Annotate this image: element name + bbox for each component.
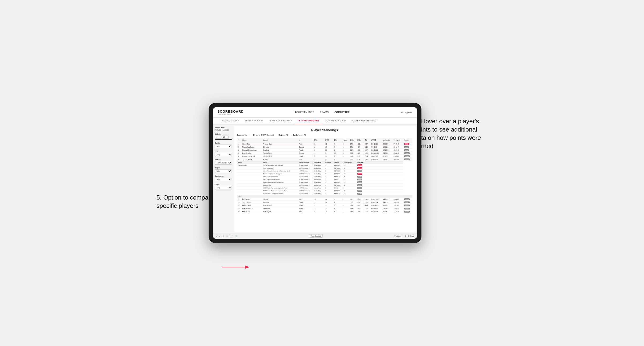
cell-player: Wenyi Ding — [241, 142, 262, 146]
sidebar-region-select[interactable]: N/A — [215, 169, 232, 173]
toolbar-copy[interactable]: ⎘ — [226, 235, 228, 237]
sidebar-player-select[interactable]: (All) — [215, 186, 232, 189]
sidebar-gender: Gender Men Women — [215, 142, 232, 148]
table-area: Player Standings Gender: Men Division: N… — [234, 126, 416, 232]
cell-wins: 1 — [343, 142, 349, 146]
main-content: Update time: 27/01/2024 16:56:26 No Rds. — [213, 125, 417, 233]
tooltip-row: Williams Cup NCAA Division I Match Play … — [237, 184, 412, 186]
sidebar-update-value: 27/01/2024 16:56:26 — [215, 129, 232, 131]
filter-region-label: Region: — [278, 134, 285, 136]
toolbar-refresh[interactable]: ↺ — [222, 235, 225, 237]
toolbar-center: View: Original — [309, 234, 322, 238]
col-vs-top25: Vs Top 25 — [382, 138, 392, 142]
toolbar-forward[interactable]: ▸ — [219, 235, 221, 237]
toolbar-back[interactable]: ◂ — [216, 235, 218, 237]
table-row: 24 Bastien Amat New Mexico Fourth 1 27 2… — [237, 204, 412, 207]
filter-division-value: NCAA Division I — [261, 134, 274, 136]
sidebar-division-label: Division — [215, 159, 232, 160]
col-school: School — [262, 138, 298, 142]
filter-row: Gender: Men Division: NCAA Division I Re… — [237, 134, 412, 136]
tooltip-row: Mirabei Maui Jim Intercollegiate NCAA Di… — [237, 192, 412, 195]
brand: SCOREBOARD Powered by clippit — [218, 110, 244, 115]
table-row: 22 Ian Gilligan Florida Third 10 24 1 1 … — [237, 198, 412, 201]
share-button[interactable]: ⬆ Share — [408, 235, 414, 237]
filter-region-value: All — [286, 134, 288, 136]
tooltip-row: SEC Stroke Play hosted by Jerry Pate NCA… — [237, 189, 412, 192]
sidebar-division-select[interactable]: NCAA Division I — [215, 161, 232, 165]
col-avg-par: Avg.to Par — [356, 138, 364, 142]
eye-icon: 👁 — [394, 235, 396, 237]
sub-nav-player-h2h-heatmap[interactable]: PLAYER H2H HEATMAP — [348, 118, 380, 124]
sidebar-conference-select[interactable]: (All) — [215, 177, 232, 181]
col-conf-rank: ConfRank — [324, 138, 334, 142]
table-row: 23 Jack Lundin Missouri Fourth 11 24 0 1… — [237, 201, 412, 204]
nav-committee[interactable]: COMMITTEE — [334, 110, 350, 115]
sidebar-gender-select[interactable]: Men Women — [215, 145, 232, 148]
cell-yr: First — [298, 142, 313, 146]
view-original-button[interactable]: View: Original — [309, 234, 322, 238]
toolbar-nav[interactable]: • • • — [230, 235, 233, 237]
col-vs-top50: Vs Top 50 — [392, 138, 403, 142]
cell-conf-rank: 15 — [324, 142, 334, 146]
tooltip-row: Fallen Oak Collegiate Invitational NCAA … — [237, 181, 412, 184]
cell-points[interactable]: 88.2 — [403, 142, 412, 146]
sidebar-no-rds: No Rds. — [215, 133, 232, 140]
table-header: # Player School Yr RegRank ConfRank NoRd… — [237, 138, 412, 142]
col-num: # — [237, 138, 242, 142]
sidebar-update-time: Update time: 27/01/2024 16:56:26 — [215, 127, 232, 131]
sidebar-year-label: Year — [215, 151, 232, 152]
sidebar-no-rds-max[interactable] — [222, 136, 229, 139]
cell-vs25: 29-15-0 — [382, 142, 392, 146]
col-avg-sg: AvgSG — [364, 138, 370, 142]
nav-tournaments[interactable]: TOURNAMENTS — [295, 110, 314, 115]
cell-no-rds: 1 — [334, 142, 343, 146]
tablet-frame: SCOREBOARD Powered by clippit TOURNAMENT… — [208, 103, 422, 243]
tooltip-header-row: Player Event Event Division Event Type R… — [237, 161, 412, 164]
tooltip-row: Amer An Intercollegiate NCAA Division I … — [237, 175, 412, 178]
download-button[interactable]: ⬇ — [405, 235, 406, 237]
table-row: Tochi... — [237, 195, 412, 198]
table-row: 1 Wenyi Ding Arizona State First 1 15 1 … — [237, 142, 412, 146]
sidebar-conference: Conference (All) — [215, 175, 232, 181]
sub-nav-team-h2h-grid[interactable]: TEAM H2H GRID — [242, 118, 266, 124]
sub-nav: TEAM SUMMARY TEAM H2H GRID TEAM H2H HEAT… — [213, 118, 417, 125]
standings-table: # Player School Yr RegRank ConfRank NoRd… — [237, 138, 412, 213]
filter-division-label: Division: — [253, 134, 260, 136]
sidebar-region-label: Region — [215, 167, 232, 169]
sub-nav-team-summary[interactable]: TEAM SUMMARY — [218, 118, 242, 124]
sidebar: Update time: 27/01/2024 16:56:26 No Rds. — [213, 125, 234, 233]
sidebar-year: Year (All) — [215, 151, 232, 156]
sub-nav-team-h2h-heatmap[interactable]: TEAM H2H HEATMAP — [266, 118, 295, 124]
top-nav: SCOREBOARD Powered by clippit TOURNAMENT… — [213, 107, 417, 118]
toolbar-clock[interactable]: 🕐 — [234, 235, 238, 237]
table-row: 2 Michael La Sasso Ole Miss Second 1 18 … — [237, 146, 412, 149]
watch-button[interactable]: 👁 Watch ▼ — [394, 235, 403, 237]
col-reg-rank: RegRank — [313, 138, 324, 142]
sidebar-conference-label: Conference — [215, 175, 232, 177]
bottom-toolbar: ◂ ▸ ↺ ⎘ • • • 🕐 View: Original 👁 Watch ▼ — [213, 233, 417, 239]
sidebar-year-select[interactable]: (All) — [215, 153, 232, 156]
table-row: 6 Jackson Koivu Auburn First - 27 2 2 67… — [237, 158, 412, 161]
table-row: 25 Cole Sherwood Vanderbilt Fourth 12 23… — [237, 207, 412, 210]
cell-vs50: 57-23-0 — [392, 142, 403, 146]
col-player: Player — [241, 138, 262, 142]
cell-adj-score: 67.1 — [349, 142, 356, 146]
brand-name: SCOREBOARD — [218, 110, 244, 113]
sub-nav-player-summary[interactable]: PLAYER SUMMARY — [295, 118, 322, 124]
table-row: 3 Michael Thorbjornsen Stanford Fourth 1… — [237, 149, 412, 152]
col-wins: Wins — [343, 138, 349, 142]
sidebar-update-label: Update time: — [215, 127, 232, 129]
sidebar-no-rds-label: No Rds. — [215, 133, 232, 135]
sidebar-division: Division NCAA Division I — [215, 159, 232, 165]
nav-back-icon[interactable]: ◂ | — [401, 111, 402, 113]
nav-teams[interactable]: TEAMS — [320, 110, 329, 115]
table-header-row: Player Standings — [237, 128, 412, 132]
sub-nav-player-h2h-grid[interactable]: PLAYER H2H GRID — [322, 118, 348, 124]
sign-out-link[interactable]: Sign out — [404, 111, 412, 114]
filter-gender-value: Men — [244, 134, 248, 136]
sidebar-no-rds-min[interactable] — [215, 136, 221, 139]
tooltip-row: Southern Highlands Collegiate NCAA Divis… — [237, 173, 412, 175]
col-no-rds: NoRds. — [334, 138, 343, 142]
tooltip-row: Jackson Koivu UNCW Seahawk Intercollegia… — [237, 164, 412, 167]
toolbar-left: ◂ ▸ ↺ ⎘ • • • 🕐 — [216, 235, 238, 237]
